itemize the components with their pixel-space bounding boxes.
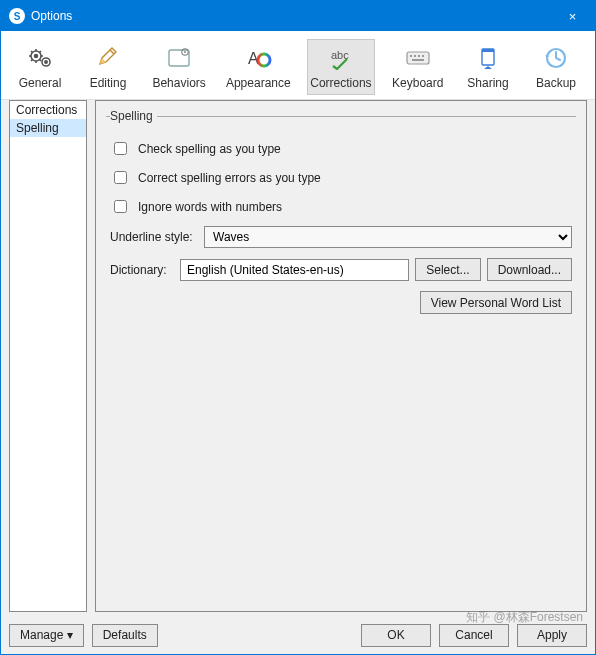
dictionary-label: Dictionary: — [110, 263, 174, 277]
sharing-icon — [472, 44, 504, 72]
dictionary-field[interactable] — [180, 259, 409, 281]
svg-rect-17 — [482, 49, 494, 52]
app-icon: S — [9, 8, 25, 24]
tab-label: Sharing — [467, 76, 508, 90]
apply-button[interactable]: Apply — [517, 624, 587, 647]
tab-appearance[interactable]: AAppearance — [223, 39, 293, 95]
defaults-button[interactable]: Defaults — [92, 624, 158, 647]
window-title: Options — [31, 9, 72, 23]
general-icon — [24, 44, 56, 72]
svg-rect-14 — [422, 55, 424, 57]
svg-rect-10 — [407, 52, 429, 64]
appearance-icon: A — [242, 44, 274, 72]
correct-as-type[interactable] — [114, 171, 127, 184]
download-dictionary-button[interactable]: Download... — [487, 258, 572, 281]
tab-general[interactable]: General — [13, 39, 67, 95]
cancel-button[interactable]: Cancel — [439, 624, 509, 647]
tab-behaviors[interactable]: Behaviors — [149, 39, 209, 95]
backup-icon — [540, 44, 572, 72]
svg-point-1 — [35, 55, 38, 58]
behaviors-icon — [163, 44, 195, 72]
svg-rect-11 — [410, 55, 412, 57]
svg-point-6 — [184, 51, 186, 53]
footer: Manage ▾ Defaults OK Cancel Apply — [1, 618, 595, 654]
tab-backup[interactable]: Backup — [529, 39, 583, 95]
tab-label: Appearance — [226, 76, 291, 90]
correct-as-type-label: Correct spelling errors as you type — [138, 171, 321, 185]
ignore-numbers[interactable] — [114, 200, 127, 213]
tab-editing[interactable]: Editing — [81, 39, 135, 95]
svg-rect-13 — [418, 55, 420, 57]
svg-rect-12 — [414, 55, 416, 57]
sidebar: CorrectionsSpelling — [9, 100, 87, 612]
ignore-numbers-label: Ignore words with numbers — [138, 200, 282, 214]
view-personal-word-list-button[interactable]: View Personal Word List — [420, 291, 572, 314]
editing-icon — [92, 44, 124, 72]
underline-style-select[interactable]: Waves — [204, 226, 572, 248]
close-button[interactable]: × — [550, 1, 595, 31]
tab-label: Backup — [536, 76, 576, 90]
titlebar: S Options × — [1, 1, 595, 31]
tab-label: Editing — [90, 76, 127, 90]
tab-label: Keyboard — [392, 76, 443, 90]
ok-button[interactable]: OK — [361, 624, 431, 647]
select-dictionary-button[interactable]: Select... — [415, 258, 480, 281]
tab-corrections[interactable]: abcCorrections — [307, 39, 374, 95]
svg-rect-15 — [412, 59, 424, 61]
sidebar-item-corrections[interactable]: Corrections — [10, 101, 86, 119]
underline-style-label: Underline style: — [110, 230, 198, 244]
keyboard-icon — [402, 44, 434, 72]
check-spelling-as-type-label: Check spelling as you type — [138, 142, 281, 156]
svg-rect-4 — [169, 50, 189, 66]
svg-point-3 — [45, 61, 47, 63]
tab-label: Behaviors — [152, 76, 205, 90]
sidebar-item-spelling[interactable]: Spelling — [10, 119, 86, 137]
tab-label: Corrections — [310, 76, 371, 90]
svg-point-8 — [258, 54, 270, 66]
manage-button[interactable]: Manage ▾ — [9, 624, 84, 647]
corrections-icon: abc — [325, 44, 357, 72]
group-legend: Spelling — [110, 109, 157, 123]
tab-label: General — [19, 76, 62, 90]
tab-sharing[interactable]: Sharing — [461, 39, 515, 95]
tab-keyboard[interactable]: Keyboard — [389, 39, 448, 95]
check-spelling-as-type[interactable] — [114, 142, 127, 155]
toolbar: GeneralEditingBehaviorsAAppearanceabcCor… — [1, 31, 595, 100]
content-panel: Spelling Check spelling as you type Corr… — [95, 100, 587, 612]
